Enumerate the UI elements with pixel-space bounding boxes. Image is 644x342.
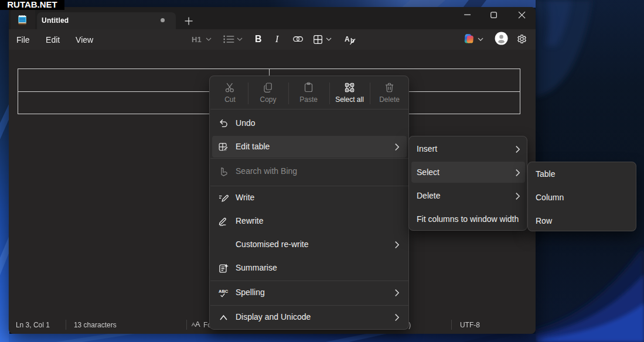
svg-text:A: A <box>345 35 350 43</box>
svg-text:ABC: ABC <box>219 289 229 294</box>
